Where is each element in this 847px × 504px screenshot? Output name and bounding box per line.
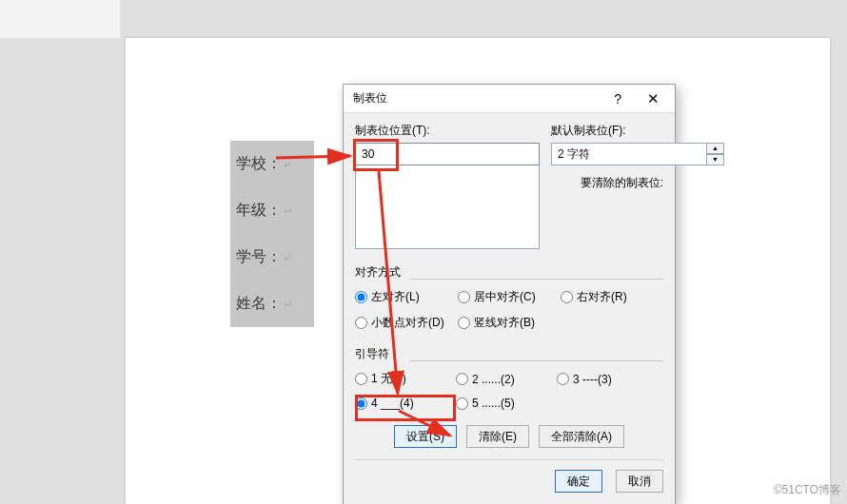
spinner-down-icon[interactable]: ▼	[707, 154, 724, 165]
doc-label: 姓名：	[236, 295, 282, 311]
align-left-radio[interactable]: 左对齐(L)	[355, 289, 450, 305]
pilcrow-icon: ↵	[284, 159, 292, 170]
doc-row: 学号：↵	[230, 234, 314, 281]
tab-position-input[interactable]	[355, 143, 540, 165]
tab-position-label: 制表位位置(T):	[355, 123, 540, 139]
doc-label: 学号：	[236, 248, 282, 264]
dialog-title: 制表位	[353, 90, 387, 107]
selected-text-block: 学校：↵ 年级：↵ 学号：↵ 姓名：↵	[230, 141, 314, 327]
pilcrow-icon: ↵	[284, 205, 292, 217]
leader-3-radio[interactable]: 3 ----(3)	[557, 371, 658, 387]
leader-4-radio[interactable]: 4 ___(4)	[355, 397, 456, 410]
watermark: ©51CTO博客	[774, 482, 841, 498]
spinner-up-icon[interactable]: ▲	[707, 143, 724, 154]
help-icon[interactable]: ?	[614, 91, 621, 107]
doc-row: 年级：↵	[230, 187, 314, 234]
doc-row: 学校：↵	[230, 141, 314, 187]
leader-5-radio[interactable]: 5 ......(5)	[456, 397, 557, 410]
dialog-titlebar[interactable]: 制表位 ? ✕	[344, 85, 675, 113]
pilcrow-icon: ↵	[284, 299, 292, 310]
leader-group: 1 无(1) 2 ......(2) 3 ----(3) 4 ___(4) 5 …	[355, 371, 663, 419]
ok-button[interactable]: 确定	[555, 470, 602, 493]
leader-2-radio[interactable]: 2 ......(2)	[456, 371, 557, 387]
align-right-radio[interactable]: 右对齐(R)	[561, 289, 656, 305]
default-tab-input[interactable]	[551, 143, 707, 165]
set-button[interactable]: 设置(S)	[394, 425, 457, 448]
clear-all-button[interactable]: 全部清除(A)	[539, 425, 624, 448]
align-center-radio[interactable]: 居中对齐(C)	[458, 289, 553, 305]
align-decimal-radio[interactable]: 小数点对齐(D)	[355, 315, 450, 331]
doc-label: 年级：	[236, 202, 282, 218]
tab-position-list[interactable]	[355, 165, 540, 249]
doc-label: 学校：	[236, 155, 282, 171]
clear-pending-label: 要清除的制表位:	[551, 175, 663, 191]
close-icon[interactable]: ✕	[637, 90, 669, 107]
ruler-gutter	[0, 0, 120, 38]
leader-heading: 引导符	[355, 346, 393, 362]
alignment-heading: 对齐方式	[355, 264, 404, 281]
tabs-dialog: 制表位 ? ✕ 制表位位置(T): 默认制表位(F): ▲ ▼	[343, 84, 676, 504]
cancel-button[interactable]: 取消	[616, 470, 663, 493]
align-bar-radio[interactable]: 竖线对齐(B)	[458, 315, 553, 331]
clear-button[interactable]: 清除(E)	[466, 425, 529, 448]
doc-row: 姓名：↵	[230, 281, 314, 327]
default-tab-label: 默认制表位(F):	[551, 123, 663, 139]
pilcrow-icon: ↵	[284, 252, 292, 263]
default-tab-spinner[interactable]: ▲ ▼	[551, 143, 663, 165]
alignment-group: 左对齐(L) 居中对齐(C) 右对齐(R)	[355, 289, 663, 305]
leader-1-radio[interactable]: 1 无(1)	[355, 371, 456, 387]
